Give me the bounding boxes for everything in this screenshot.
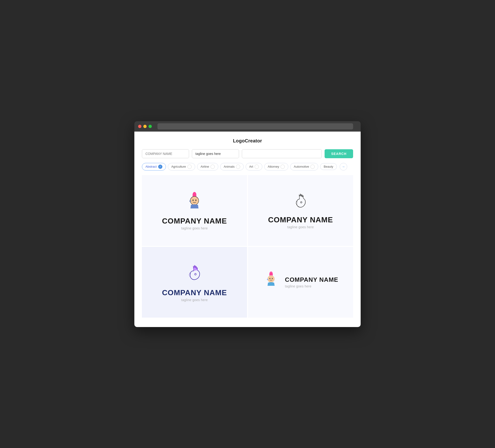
tagline-3: tagline goes here [181,298,208,302]
svg-point-18 [272,278,273,279]
category-pill-agriculture[interactable]: Agriculture ✓ [168,163,195,170]
svg-point-3 [195,200,197,201]
punk-svg-1 [184,191,205,212]
svg-point-9 [296,203,296,203]
svg-point-16 [268,275,275,282]
check-icon-attorney: ✓ [280,165,285,169]
check-icon-animals: ✓ [236,165,240,169]
traffic-light-red[interactable] [138,125,141,128]
browser-addressbar[interactable] [157,123,353,129]
svg-point-10 [296,204,297,205]
company-name-2: COMPANY NAME [268,215,333,224]
browser-titlebar [134,121,361,132]
logo-icon-3 [184,262,205,285]
card-text-group-4: COMPANY NAME tagline goes here [285,276,338,288]
logo-icon-4 [263,270,279,290]
company-name-4: COMPANY NAME [285,276,338,283]
category-label-abstract: Abstract [145,165,157,168]
category-pill-airline[interactable]: Airline ✓ [197,163,218,170]
category-pill-animals[interactable]: Animals ✓ [220,163,244,170]
punk-svg-3 [184,262,205,284]
category-bar: Abstract ✓ Agriculture ✓ Airline ✓ Anima… [142,163,353,170]
logo-card-2[interactable]: COMPANY NAME tagline goes here [248,175,353,246]
svg-point-8 [296,201,297,202]
traffic-light-yellow[interactable] [143,125,147,128]
company-name-1: COMPANY NAME [162,217,227,225]
category-pill-automotive[interactable]: Automotive ✓ [290,163,318,170]
svg-point-5 [192,197,192,198]
category-label-beauty: Beauty [324,165,333,168]
industry-input[interactable] [242,149,322,158]
logo-icon-2 [291,192,310,212]
check-icon-abstract: ✓ [158,165,162,169]
category-next-button[interactable]: → [340,163,347,170]
check-icon-airline: ✓ [210,165,215,169]
category-pill-beauty[interactable]: Beauty [320,163,337,170]
svg-point-7 [301,202,302,203]
svg-point-14 [190,276,191,277]
logo-card-3[interactable]: COMPANY NAME tagline goes here [142,247,247,318]
category-pill-abstract[interactable]: Abstract ✓ [142,163,166,170]
search-button[interactable]: SEARCH [325,149,353,158]
tagline-2: tagline goes here [287,225,314,229]
svg-point-6 [197,197,197,198]
svg-point-13 [189,275,190,275]
punk-svg-2 [291,192,310,211]
category-label-animals: Animals [224,165,234,168]
punk-svg-4 [263,270,279,289]
category-pill-attorney[interactable]: Attorney ✓ [264,163,288,170]
app-container: LogoCreator SEARCH Abstract ✓ Agricultur… [134,132,361,327]
category-label-automotive: Automotive [294,165,309,168]
company-name-3: COMPANY NAME [162,288,227,297]
svg-point-1 [190,196,199,205]
svg-point-4 [190,200,191,202]
logo-card-1[interactable]: COMPANY NAME tagline goes here [142,175,247,246]
tagline-4: tagline goes here [285,284,312,288]
logo-grid: COMPANY NAME tagline goes here [142,175,353,318]
tagline-input[interactable] [192,149,239,158]
search-bar: SEARCH [142,149,353,158]
svg-point-2 [192,200,194,201]
app-title: LogoCreator [142,138,353,144]
browser-window: LogoCreator SEARCH Abstract ✓ Agricultur… [134,121,361,327]
traffic-light-green[interactable] [149,125,152,128]
category-label-airline: Airline [201,165,209,168]
category-label-attorney: Attorney [268,165,279,168]
check-icon-art: ✓ [255,165,259,169]
category-pill-art[interactable]: Art ✓ [246,163,262,170]
svg-point-12 [190,273,190,274]
category-label-agriculture: Agriculture [171,165,186,168]
check-icon-automotive: ✓ [310,165,315,169]
svg-point-17 [269,278,270,279]
logo-card-4[interactable]: COMPANY NAME tagline goes here [248,247,353,318]
category-label-art: Art [249,165,253,168]
tagline-1: tagline goes here [181,226,208,230]
svg-point-11 [195,274,196,275]
svg-point-19 [267,279,268,280]
check-icon-agriculture: ✓ [187,165,192,169]
company-name-input[interactable] [142,149,189,158]
logo-icon-1 [184,191,205,213]
